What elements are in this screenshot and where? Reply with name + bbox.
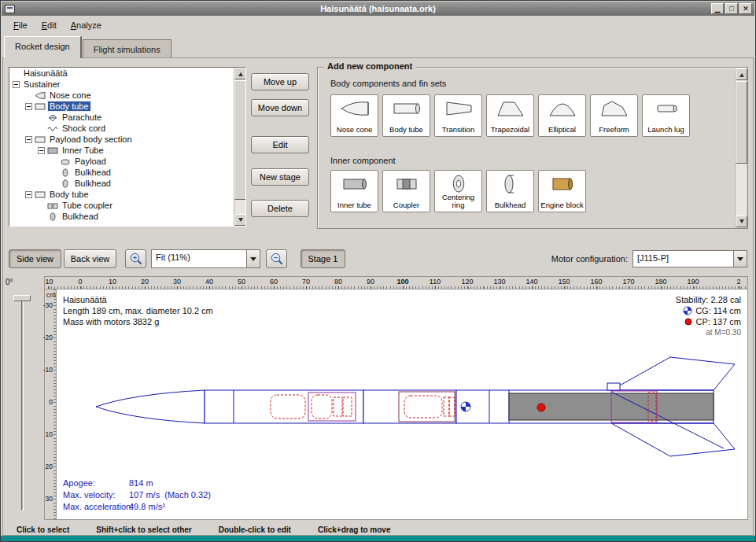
freeform-fin-icon — [599, 98, 630, 119]
tree-node-payload-body-section[interactable]: Payload body section — [9, 134, 245, 145]
mach-note: at M=0.30 — [676, 327, 741, 338]
component-tree[interactable]: Haisunäätä Sustainer Nose cone Body tube… — [9, 67, 246, 227]
back-view-toggle[interactable]: Back view — [64, 249, 116, 268]
tree-node-rocket[interactable]: Haisunäätä — [9, 68, 245, 79]
add-coupler-button[interactable]: Coupler — [382, 170, 430, 212]
rocket-canvas[interactable]: Haisunäätä Length 189 cm, max. diameter … — [57, 289, 747, 519]
delete-button[interactable]: Delete — [251, 200, 309, 217]
body-tube-icon — [35, 102, 46, 111]
tree-scrollbar[interactable] — [234, 68, 245, 226]
chevron-down-icon[interactable] — [733, 251, 747, 267]
tab-flight-simulations[interactable]: Flight simulations — [83, 39, 171, 58]
tree-node-body-tube-selected[interactable]: Body tube — [9, 101, 245, 112]
zoom-in-button[interactable] — [125, 249, 146, 268]
collapse-toggle-icon[interactable] — [38, 147, 45, 154]
rocket-info: Haisunäätä Length 189 cm, max. diameter … — [63, 294, 213, 327]
apogee-value: 814 m — [129, 477, 153, 489]
motor-configuration-label: Motor configuration: — [551, 254, 628, 264]
max-acceleration-value: 49.8 m/s² — [129, 501, 165, 513]
tree-node-bulkhead[interactable]: Bulkhead — [9, 167, 245, 178]
cg-value: CG: 114 cm — [695, 305, 741, 316]
view-toolbar: Side view Back view Fit (11%) Stage 1 Mo… — [1, 249, 755, 270]
maximize-button[interactable]: □ — [725, 3, 738, 14]
tree-node-parachute[interactable]: Parachute — [9, 112, 245, 123]
body-tube-icon — [35, 190, 46, 199]
rotation-angle-label: 0° — [6, 278, 13, 286]
hint-double-click: Double-click to edit — [219, 525, 291, 534]
component-panel-scrollbar[interactable] — [735, 68, 747, 227]
vertical-ruler: cm -30 -20 -10 0 10 20 30 — [45, 289, 57, 519]
tree-node-inner-tube[interactable]: Inner Tube — [9, 145, 245, 156]
title-bar: Haisunäätä (haisunaata.ork) ▁ □ ✕ — [2, 2, 754, 16]
menu-file[interactable]: File — [6, 17, 35, 33]
tree-node-shock-cord[interactable]: Shock cord — [9, 123, 245, 134]
add-inner-tube-button[interactable]: Inner tube — [330, 170, 378, 212]
body-components-label: Body components and fin sets — [330, 79, 446, 88]
chevron-down-icon[interactable] — [246, 250, 260, 267]
bulkhead-icon — [60, 179, 71, 188]
add-nose-cone-button[interactable]: Nose cone — [330, 94, 378, 137]
collapse-toggle-icon[interactable] — [25, 191, 32, 198]
menu-bar: File Edit Analyze — [2, 16, 754, 34]
tab-rocket-design[interactable]: Rocket design — [4, 36, 81, 58]
tree-node-nose-cone[interactable]: Nose cone — [9, 90, 245, 101]
inner-component-label: Inner component — [330, 156, 396, 165]
close-button[interactable]: ✕ — [739, 3, 752, 14]
collapse-toggle-icon[interactable] — [25, 103, 32, 110]
tab-strip: Rocket design Flight simulations — [4, 36, 173, 58]
add-bulkhead-button[interactable]: Bulkhead — [486, 170, 534, 212]
motor-configuration-select[interactable]: [J115-P] — [632, 250, 747, 267]
ruler-unit-label: cm — [46, 291, 56, 299]
tree-node-tube-coupler[interactable]: Tube coupler — [9, 200, 245, 211]
scroll-up-icon[interactable] — [736, 68, 747, 80]
launch-lug-icon — [651, 98, 682, 119]
stage1-toggle[interactable]: Stage 1 — [301, 249, 345, 268]
scroll-up-icon[interactable] — [234, 68, 246, 79]
move-up-button[interactable]: Move up — [251, 73, 309, 90]
add-centering-ring-button[interactable]: Centering ring — [434, 170, 482, 212]
add-transition-button[interactable]: Transition — [434, 94, 482, 137]
menu-edit[interactable]: Edit — [35, 17, 64, 33]
edit-button[interactable]: Edit — [251, 136, 309, 153]
hint-click-drag: Click+drag to move — [318, 525, 391, 534]
tree-node-body-tube-2[interactable]: Body tube — [9, 189, 245, 200]
add-engine-block-button[interactable]: Engine block — [538, 170, 586, 212]
move-down-button[interactable]: Move down — [251, 99, 309, 116]
collapse-toggle-icon[interactable] — [13, 81, 20, 88]
inner-tube-icon — [47, 146, 58, 155]
side-view-toggle[interactable]: Side view — [9, 249, 61, 268]
add-launch-lug-button[interactable]: Launch lug — [642, 94, 690, 137]
tree-node-payload[interactable]: Payload — [9, 156, 245, 167]
zoom-in-icon — [129, 252, 142, 265]
window-title: Haisunäätä (haisunaata.ork) — [320, 4, 436, 13]
menu-analyze[interactable]: Analyze — [64, 17, 109, 33]
rotation-slider-track[interactable] — [21, 295, 24, 511]
scroll-thumb[interactable] — [234, 80, 246, 200]
new-stage-button[interactable]: New stage — [251, 168, 309, 186]
rotation-slider-handle[interactable] — [13, 295, 31, 301]
tree-node-bulkhead[interactable]: Bulkhead — [9, 178, 245, 189]
scroll-down-icon[interactable] — [234, 214, 246, 226]
bulkhead-icon — [60, 168, 71, 177]
collapse-toggle-icon[interactable] — [25, 136, 32, 143]
zoom-level-select[interactable]: Fit (11%) — [151, 249, 260, 268]
body-tube-icon — [391, 98, 422, 119]
add-body-tube-button[interactable]: Body tube — [382, 94, 430, 137]
zoom-out-button[interactable] — [266, 249, 287, 268]
rocket-name: Haisunäätä — [63, 294, 213, 305]
tree-node-bulkhead-3[interactable]: Bulkhead — [9, 211, 245, 222]
scroll-down-icon[interactable] — [736, 216, 747, 227]
group-title: Add new component — [324, 61, 415, 71]
add-freeform-fin-button[interactable]: Freeform — [590, 94, 638, 137]
cg-marker — [461, 402, 470, 411]
nose-cone-icon — [35, 91, 46, 100]
coupler-icon — [391, 174, 422, 194]
tree-node-sustainer[interactable]: Sustainer — [9, 79, 245, 90]
add-elliptical-fin-button[interactable]: Elliptical — [538, 94, 586, 137]
rocket-mass: Mass with motors 3832 g — [63, 316, 213, 327]
zoom-out-icon — [270, 252, 283, 265]
minimize-button[interactable]: ▁ — [711, 3, 724, 14]
apogee-label: Apogee: — [63, 478, 95, 488]
scroll-thumb[interactable] — [736, 81, 747, 164]
add-trapezoidal-fin-button[interactable]: Trapezoidal — [486, 94, 534, 137]
